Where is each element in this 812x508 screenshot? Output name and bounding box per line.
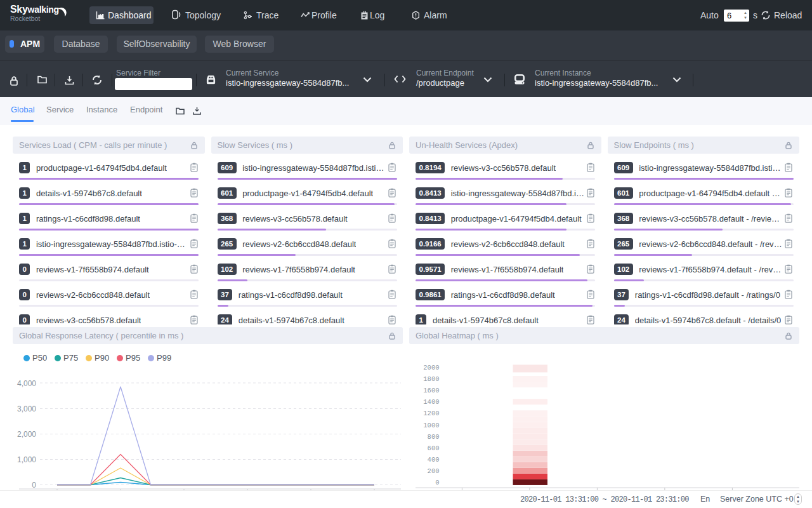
svg-text:2000: 2000 xyxy=(423,364,439,371)
svg-text:1600: 1600 xyxy=(423,387,439,394)
svg-text:1,000: 1,000 xyxy=(17,455,36,464)
svg-text:400: 400 xyxy=(428,456,440,464)
svg-text:3,000: 3,000 xyxy=(17,404,36,413)
svg-text:1200: 1200 xyxy=(423,410,439,417)
svg-text:800: 800 xyxy=(428,433,440,441)
svg-text:600: 600 xyxy=(428,444,440,452)
svg-text:1000: 1000 xyxy=(423,422,439,429)
svg-text:0: 0 xyxy=(32,481,36,490)
svg-text:200: 200 xyxy=(428,467,440,475)
svg-text:1800: 1800 xyxy=(423,375,439,383)
svg-text:0: 0 xyxy=(435,479,439,486)
svg-text:4,000: 4,000 xyxy=(17,379,36,388)
svg-text:1400: 1400 xyxy=(423,398,439,406)
svg-text:2,000: 2,000 xyxy=(17,430,36,439)
